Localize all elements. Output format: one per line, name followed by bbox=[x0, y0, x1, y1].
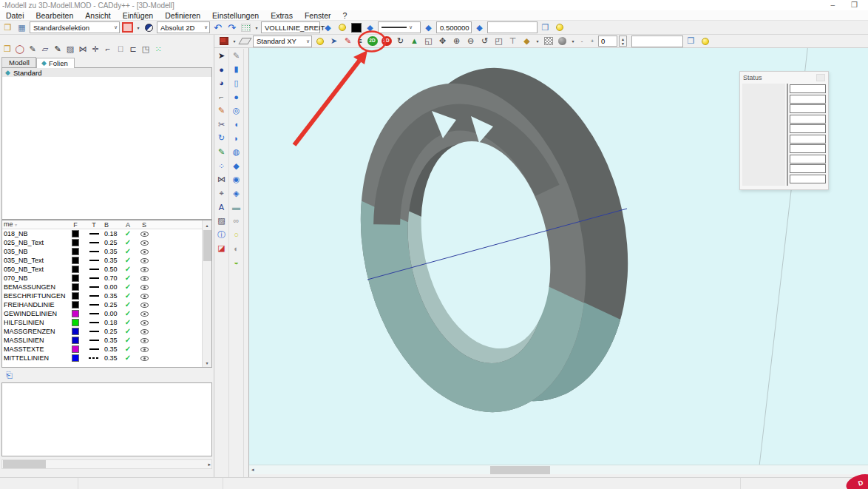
layer-color-cell[interactable] bbox=[66, 283, 85, 291]
layer-active-cell[interactable]: ✓ bbox=[121, 283, 135, 291]
layer-visible-cell[interactable] bbox=[135, 311, 153, 317]
transparency-button[interactable] bbox=[542, 36, 555, 47]
detail-list[interactable] bbox=[1, 382, 212, 456]
edit-mode-button[interactable]: E bbox=[356, 36, 365, 47]
status-field[interactable] bbox=[790, 155, 826, 163]
layer-linetype-cell[interactable] bbox=[85, 277, 103, 280]
layer-row[interactable]: 035_NB 0.35 ✓ bbox=[2, 247, 211, 256]
view-3d-button[interactable]: 3D bbox=[380, 36, 393, 47]
level-spinner[interactable]: 0 bbox=[598, 36, 617, 47]
sketch-pen-icon[interactable]: ✎ bbox=[342, 36, 354, 47]
restore-button[interactable]: ❐ bbox=[851, 1, 858, 10]
layer-visible-cell[interactable] bbox=[135, 294, 153, 299]
hemisphere-icon[interactable]: ◖ bbox=[229, 118, 243, 132]
view-2d-button[interactable]: 2D bbox=[366, 36, 379, 47]
layer-assign-icon[interactable]: ◆ bbox=[322, 21, 334, 33]
layer-active-cell[interactable]: ✓ bbox=[121, 248, 135, 255]
hatch-tool-icon[interactable]: ▨ bbox=[214, 214, 228, 228]
column-header-a[interactable]: A bbox=[121, 220, 135, 229]
view-field[interactable] bbox=[631, 36, 683, 47]
layer-color-cell[interactable] bbox=[66, 319, 85, 326]
pan-hand-icon[interactable]: ✥ bbox=[436, 36, 449, 47]
layer-visible-cell[interactable] bbox=[135, 356, 153, 361]
sphere-pair-icon[interactable]: ∞ bbox=[229, 214, 243, 228]
layer-active-cell[interactable]: ✓ bbox=[121, 230, 135, 237]
layer-linetype-cell[interactable] bbox=[85, 331, 103, 333]
status-field[interactable] bbox=[790, 124, 826, 133]
panel-h-scrollbar[interactable]: ▸ bbox=[1, 459, 212, 469]
scrollbar-thumb[interactable] bbox=[490, 466, 550, 474]
layer-color-cell[interactable] bbox=[66, 248, 85, 255]
primitive-cube-icon[interactable]: ◆ bbox=[521, 36, 533, 47]
layer-active-cell[interactable]: ✓ bbox=[121, 337, 135, 344]
circle-edit-icon[interactable]: ◯ bbox=[14, 44, 26, 55]
snap-points-icon[interactable]: ⁘ bbox=[214, 159, 228, 173]
layer-width[interactable]: 0.18 bbox=[103, 230, 121, 237]
axis-cross-icon[interactable]: ✛ bbox=[89, 44, 101, 55]
folder-sphere-icon[interactable]: ❒ bbox=[539, 21, 552, 33]
layer-row[interactable]: GEWINDELINIEN 0.00 ✓ bbox=[2, 309, 211, 318]
select-arrow-icon[interactable]: ➤ bbox=[214, 49, 228, 63]
layer-color-cell[interactable] bbox=[66, 239, 85, 246]
layer-linetype-cell[interactable] bbox=[85, 340, 103, 342]
sphere-green-icon[interactable]: ◒ bbox=[229, 255, 243, 269]
scroll-up-icon[interactable]: ▴ bbox=[206, 220, 208, 229]
layer-color-cell[interactable] bbox=[66, 310, 85, 317]
layer-row[interactable]: 050_NB_Text 0.50 ✓ bbox=[2, 265, 211, 274]
dots-grid-icon[interactable]: ⁙ bbox=[152, 44, 164, 55]
layer-width-apply-icon[interactable]: ◆ bbox=[473, 21, 486, 33]
panel-tab[interactable]: ◆ Folien bbox=[36, 58, 75, 68]
layer-width[interactable]: 0.25 bbox=[103, 328, 121, 335]
undo-icon[interactable]: ↶ bbox=[211, 21, 224, 33]
color-swatch-button[interactable] bbox=[350, 21, 362, 33]
layer-active-cell[interactable]: ✓ bbox=[121, 319, 135, 326]
layer-color-cell[interactable] bbox=[66, 292, 85, 300]
line-pen-icon[interactable]: ✎ bbox=[229, 49, 243, 63]
status-field[interactable] bbox=[790, 115, 826, 124]
grid-caret[interactable]: ▾ bbox=[254, 25, 260, 30]
tree-item-standard[interactable]: ◆ Standard bbox=[2, 68, 211, 77]
menu-item[interactable]: Definieren bbox=[159, 11, 206, 20]
rotate-model-icon[interactable]: ↻ bbox=[394, 36, 407, 47]
line-name-field[interactable]: VOLLLINIE_BREIT bbox=[261, 21, 320, 33]
polyline-icon[interactable]: ⋈ bbox=[77, 44, 89, 55]
redo-icon[interactable]: ↷ bbox=[226, 21, 238, 33]
selection-mode-button[interactable] bbox=[121, 21, 134, 33]
layer-active-cell[interactable]: ✓ bbox=[121, 328, 135, 335]
layer-active-cell[interactable]: ✓ bbox=[121, 266, 135, 273]
layer-active-cell[interactable]: ✓ bbox=[121, 301, 135, 308]
wedge-icon[interactable]: ◆ bbox=[229, 159, 243, 173]
iso-box-icon[interactable]: ◳ bbox=[140, 44, 152, 55]
eraser-icon[interactable]: ◪ bbox=[214, 241, 228, 255]
panel-tab[interactable]: Modell bbox=[1, 57, 36, 67]
layer-visibility-button[interactable] bbox=[336, 21, 348, 33]
layer-row[interactable]: 070_NB 0.70 ✓ bbox=[2, 274, 211, 283]
sphere-rotate-icon[interactable]: ◕ bbox=[214, 76, 228, 90]
folder-sphere-button[interactable]: ❒ bbox=[685, 36, 697, 47]
layer-color-apply-icon[interactable]: ◆ bbox=[364, 21, 376, 33]
status-field[interactable] bbox=[790, 144, 826, 153]
material-caret[interactable]: ▾ bbox=[570, 38, 576, 44]
scroll-right-icon[interactable]: ▸ bbox=[208, 462, 211, 468]
loft-icon[interactable]: ◍ bbox=[229, 145, 243, 159]
layer-active-cell[interactable]: ✓ bbox=[121, 354, 135, 362]
layer-visible-cell[interactable] bbox=[135, 267, 153, 272]
column-header-name[interactable]: me ▿ bbox=[2, 220, 66, 229]
dimension-tool-icon[interactable]: ⊤ bbox=[506, 36, 519, 47]
layer-row[interactable]: BESCHRIFTUNGEN 0.35 ✓ bbox=[2, 291, 211, 300]
status-field[interactable] bbox=[790, 175, 826, 183]
layer-width[interactable]: 0.35 bbox=[103, 292, 121, 300]
layer-row[interactable]: MITTELLINIEN 0.35 ✓ bbox=[2, 354, 211, 362]
layer-width[interactable]: 0.35 bbox=[103, 345, 121, 353]
status-field[interactable] bbox=[790, 95, 826, 104]
model-canvas[interactable]: Status bbox=[249, 48, 868, 465]
layer-linetype-cell[interactable] bbox=[85, 260, 103, 262]
layer-color-cell[interactable] bbox=[66, 301, 85, 308]
layer-linetype-cell[interactable] bbox=[85, 348, 103, 351]
column-header-b[interactable]: B bbox=[103, 220, 121, 229]
column-header-s[interactable]: S bbox=[135, 220, 153, 229]
zoom-window-icon[interactable]: ◱ bbox=[422, 36, 435, 47]
layer-color-cell[interactable] bbox=[66, 354, 85, 362]
minimize-button[interactable]: – bbox=[830, 1, 835, 10]
layer-visible-cell[interactable] bbox=[135, 338, 153, 343]
